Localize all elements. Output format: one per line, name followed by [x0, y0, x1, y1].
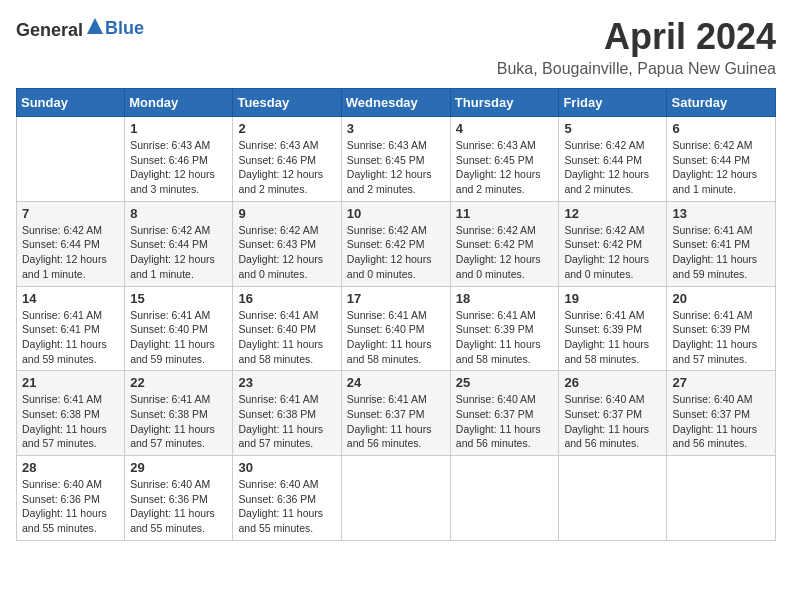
header: General Blue April 2024 Buka, Bougainvil… — [16, 16, 776, 78]
day-number: 4 — [456, 121, 554, 136]
day-number: 1 — [130, 121, 227, 136]
weekday-header: Saturday — [667, 89, 776, 117]
day-detail: Sunrise: 6:41 AMSunset: 6:37 PMDaylight:… — [347, 392, 445, 451]
day-number: 13 — [672, 206, 770, 221]
day-number: 28 — [22, 460, 119, 475]
day-detail: Sunrise: 6:41 AMSunset: 6:41 PMDaylight:… — [672, 223, 770, 282]
calendar-week-row: 21Sunrise: 6:41 AMSunset: 6:38 PMDayligh… — [17, 371, 776, 456]
weekday-header: Tuesday — [233, 89, 341, 117]
location-title: Buka, Bougainville, Papua New Guinea — [497, 60, 776, 78]
calendar-cell — [559, 456, 667, 541]
calendar-cell: 23Sunrise: 6:41 AMSunset: 6:38 PMDayligh… — [233, 371, 341, 456]
calendar-cell: 21Sunrise: 6:41 AMSunset: 6:38 PMDayligh… — [17, 371, 125, 456]
calendar-cell: 16Sunrise: 6:41 AMSunset: 6:40 PMDayligh… — [233, 286, 341, 371]
day-number: 14 — [22, 291, 119, 306]
day-detail: Sunrise: 6:40 AMSunset: 6:36 PMDaylight:… — [238, 477, 335, 536]
day-detail: Sunrise: 6:41 AMSunset: 6:40 PMDaylight:… — [238, 308, 335, 367]
calendar-week-row: 7Sunrise: 6:42 AMSunset: 6:44 PMDaylight… — [17, 201, 776, 286]
calendar-cell — [341, 456, 450, 541]
calendar-cell: 10Sunrise: 6:42 AMSunset: 6:42 PMDayligh… — [341, 201, 450, 286]
calendar-cell: 26Sunrise: 6:40 AMSunset: 6:37 PMDayligh… — [559, 371, 667, 456]
calendar-cell: 17Sunrise: 6:41 AMSunset: 6:40 PMDayligh… — [341, 286, 450, 371]
day-detail: Sunrise: 6:41 AMSunset: 6:38 PMDaylight:… — [238, 392, 335, 451]
day-number: 23 — [238, 375, 335, 390]
day-detail: Sunrise: 6:41 AMSunset: 6:38 PMDaylight:… — [130, 392, 227, 451]
day-number: 29 — [130, 460, 227, 475]
logo-icon — [85, 16, 105, 36]
weekday-header: Friday — [559, 89, 667, 117]
day-detail: Sunrise: 6:41 AMSunset: 6:38 PMDaylight:… — [22, 392, 119, 451]
svg-marker-0 — [87, 18, 103, 34]
month-title: April 2024 — [497, 16, 776, 58]
calendar-cell: 13Sunrise: 6:41 AMSunset: 6:41 PMDayligh… — [667, 201, 776, 286]
calendar-cell: 12Sunrise: 6:42 AMSunset: 6:42 PMDayligh… — [559, 201, 667, 286]
calendar-cell: 6Sunrise: 6:42 AMSunset: 6:44 PMDaylight… — [667, 117, 776, 202]
calendar-cell: 4Sunrise: 6:43 AMSunset: 6:45 PMDaylight… — [450, 117, 559, 202]
day-detail: Sunrise: 6:41 AMSunset: 6:39 PMDaylight:… — [564, 308, 661, 367]
day-number: 26 — [564, 375, 661, 390]
calendar-week-row: 28Sunrise: 6:40 AMSunset: 6:36 PMDayligh… — [17, 456, 776, 541]
day-number: 25 — [456, 375, 554, 390]
day-detail: Sunrise: 6:41 AMSunset: 6:40 PMDaylight:… — [347, 308, 445, 367]
day-detail: Sunrise: 6:41 AMSunset: 6:39 PMDaylight:… — [456, 308, 554, 367]
calendar-cell: 2Sunrise: 6:43 AMSunset: 6:46 PMDaylight… — [233, 117, 341, 202]
day-detail: Sunrise: 6:42 AMSunset: 6:44 PMDaylight:… — [564, 138, 661, 197]
calendar-cell — [667, 456, 776, 541]
day-detail: Sunrise: 6:42 AMSunset: 6:44 PMDaylight:… — [22, 223, 119, 282]
day-detail: Sunrise: 6:42 AMSunset: 6:42 PMDaylight:… — [347, 223, 445, 282]
calendar-cell: 27Sunrise: 6:40 AMSunset: 6:37 PMDayligh… — [667, 371, 776, 456]
day-number: 17 — [347, 291, 445, 306]
calendar-cell: 25Sunrise: 6:40 AMSunset: 6:37 PMDayligh… — [450, 371, 559, 456]
logo-general: General — [16, 20, 83, 40]
day-detail: Sunrise: 6:43 AMSunset: 6:45 PMDaylight:… — [347, 138, 445, 197]
day-detail: Sunrise: 6:43 AMSunset: 6:46 PMDaylight:… — [130, 138, 227, 197]
day-number: 15 — [130, 291, 227, 306]
calendar-week-row: 1Sunrise: 6:43 AMSunset: 6:46 PMDaylight… — [17, 117, 776, 202]
day-number: 30 — [238, 460, 335, 475]
day-number: 3 — [347, 121, 445, 136]
calendar-cell: 30Sunrise: 6:40 AMSunset: 6:36 PMDayligh… — [233, 456, 341, 541]
calendar-body: 1Sunrise: 6:43 AMSunset: 6:46 PMDaylight… — [17, 117, 776, 541]
calendar-cell: 14Sunrise: 6:41 AMSunset: 6:41 PMDayligh… — [17, 286, 125, 371]
logo: General Blue — [16, 16, 144, 41]
calendar-cell: 19Sunrise: 6:41 AMSunset: 6:39 PMDayligh… — [559, 286, 667, 371]
day-detail: Sunrise: 6:40 AMSunset: 6:37 PMDaylight:… — [672, 392, 770, 451]
calendar-cell: 5Sunrise: 6:42 AMSunset: 6:44 PMDaylight… — [559, 117, 667, 202]
calendar-cell: 1Sunrise: 6:43 AMSunset: 6:46 PMDaylight… — [125, 117, 233, 202]
day-number: 6 — [672, 121, 770, 136]
calendar-cell: 15Sunrise: 6:41 AMSunset: 6:40 PMDayligh… — [125, 286, 233, 371]
day-detail: Sunrise: 6:42 AMSunset: 6:42 PMDaylight:… — [456, 223, 554, 282]
calendar-cell — [450, 456, 559, 541]
day-number: 16 — [238, 291, 335, 306]
day-number: 9 — [238, 206, 335, 221]
weekday-header: Wednesday — [341, 89, 450, 117]
day-detail: Sunrise: 6:42 AMSunset: 6:44 PMDaylight:… — [130, 223, 227, 282]
day-detail: Sunrise: 6:40 AMSunset: 6:36 PMDaylight:… — [130, 477, 227, 536]
day-detail: Sunrise: 6:43 AMSunset: 6:46 PMDaylight:… — [238, 138, 335, 197]
calendar-cell: 22Sunrise: 6:41 AMSunset: 6:38 PMDayligh… — [125, 371, 233, 456]
calendar-cell: 24Sunrise: 6:41 AMSunset: 6:37 PMDayligh… — [341, 371, 450, 456]
day-number: 8 — [130, 206, 227, 221]
calendar-cell: 3Sunrise: 6:43 AMSunset: 6:45 PMDaylight… — [341, 117, 450, 202]
day-detail: Sunrise: 6:41 AMSunset: 6:39 PMDaylight:… — [672, 308, 770, 367]
weekday-header: Monday — [125, 89, 233, 117]
title-area: April 2024 Buka, Bougainville, Papua New… — [497, 16, 776, 78]
calendar-cell: 28Sunrise: 6:40 AMSunset: 6:36 PMDayligh… — [17, 456, 125, 541]
day-number: 5 — [564, 121, 661, 136]
day-detail: Sunrise: 6:42 AMSunset: 6:43 PMDaylight:… — [238, 223, 335, 282]
day-detail: Sunrise: 6:42 AMSunset: 6:44 PMDaylight:… — [672, 138, 770, 197]
day-detail: Sunrise: 6:41 AMSunset: 6:41 PMDaylight:… — [22, 308, 119, 367]
day-number: 24 — [347, 375, 445, 390]
day-number: 2 — [238, 121, 335, 136]
calendar-cell: 11Sunrise: 6:42 AMSunset: 6:42 PMDayligh… — [450, 201, 559, 286]
day-number: 18 — [456, 291, 554, 306]
calendar-week-row: 14Sunrise: 6:41 AMSunset: 6:41 PMDayligh… — [17, 286, 776, 371]
day-number: 10 — [347, 206, 445, 221]
day-detail: Sunrise: 6:42 AMSunset: 6:42 PMDaylight:… — [564, 223, 661, 282]
calendar-cell: 20Sunrise: 6:41 AMSunset: 6:39 PMDayligh… — [667, 286, 776, 371]
weekday-header: Thursday — [450, 89, 559, 117]
day-number: 22 — [130, 375, 227, 390]
day-number: 19 — [564, 291, 661, 306]
day-number: 12 — [564, 206, 661, 221]
weekday-header: Sunday — [17, 89, 125, 117]
